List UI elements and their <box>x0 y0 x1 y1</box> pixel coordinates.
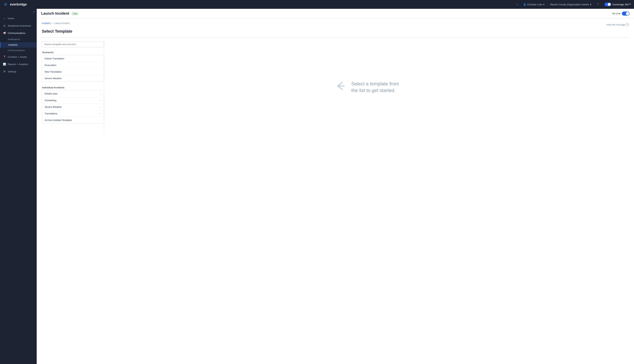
incident-item-ad-hoc[interactable]: Ad Hoc Incident Template <box>42 117 104 123</box>
user-dropdown-icon: ▾ <box>543 3 544 6</box>
org-menu[interactable]: Rainier County (Organization Admin) ▾ <box>548 2 593 6</box>
select-template-title: Select Template <box>42 29 629 34</box>
live-badge: Live <box>71 12 79 15</box>
incident-item-severe-weather-label: Severe Weather <box>45 106 62 108</box>
sidebar-item-settings[interactable]: ⚙ Settings <box>0 68 37 75</box>
incident-item-ipaws-alert-label: IPAWS Alert <box>45 92 57 95</box>
individual-incidents-section-label: Individual Incidents <box>42 86 104 89</box>
page-header-bar: Launch Incident Live Go Live <box>37 9 634 18</box>
sidebar-item-reports-analytics[interactable]: 📊 Reports + Analytics <box>0 60 37 68</box>
incident-item-ad-hoc-label: Ad Hoc Incident Template <box>45 119 72 122</box>
home-icon: ⌂ <box>3 17 6 20</box>
settings-icon: ⚙ <box>3 70 6 73</box>
empty-state-line2: the list to get started. <box>351 88 396 93</box>
go-live-section: Go Live <box>612 12 629 16</box>
content-area: Incidents > Launch Incident Help with th… <box>37 18 634 364</box>
sidebar-item-contacts-assets-label: Contacts + Assets <box>8 56 27 58</box>
top-nav: everbridge » 👤 Christian Cole ▾ Rainier … <box>0 0 634 9</box>
sidebar-item-incidents-label: Incidents <box>8 44 18 46</box>
sidebar-item-notifications-label: Notifications <box>8 38 20 41</box>
contacts-assets-icon: 📍 <box>3 55 6 58</box>
scenario-item-new-translation-label: New Translation <box>45 70 62 73</box>
incident-item-translations[interactable]: Translations › <box>42 110 104 117</box>
template-layout: Scenarios Citizen Translation Evacuation… <box>42 41 629 133</box>
help-button[interactable]: ? <box>596 2 600 7</box>
logo-text: everbridge <box>10 2 27 6</box>
sidebar-item-communications[interactable]: 📢 Communications <box>0 29 37 37</box>
breadcrumb: Incidents > Launch Incident <box>42 22 70 24</box>
empty-state-text: Select a template from the list to get s… <box>351 80 399 94</box>
everbridge-360-section: Everbridge 360™ <box>603 2 631 6</box>
scenario-item-evacuation-label: Evacuation <box>45 64 56 66</box>
reports-analytics-icon: 📊 <box>3 63 6 66</box>
scenario-item-new-translation[interactable]: New Translation <box>42 68 104 75</box>
sidebar-item-home-label: Home <box>8 17 14 20</box>
360-label: Everbridge 360™ <box>612 3 631 6</box>
incident-item-translations-label: Translations <box>45 112 57 115</box>
arrow-left-icon <box>334 80 347 94</box>
sidebar: « ⌂ Home ◎ Situational Awareness 📢 Commu… <box>0 9 37 364</box>
breadcrumb-parent-link[interactable]: Incidents <box>42 22 51 24</box>
empty-state-line1: Select a template from <box>351 81 399 86</box>
sidebar-collapse-button[interactable]: « <box>0 9 37 15</box>
scenario-item-evacuation[interactable]: Evacuation <box>42 62 104 68</box>
sidebar-item-communications-sub-label: Communications <box>8 49 25 52</box>
user-menu[interactable]: 👤 Christian Cole ▾ <box>522 2 546 6</box>
scenario-list: Citizen Translation Evacuation New Trans… <box>42 55 104 82</box>
scenario-item-citizen-translation-label: Citizen Translation <box>45 57 64 60</box>
sidebar-item-situational-awareness-label: Situational Awareness <box>8 24 31 27</box>
breadcrumb-separator: > <box>52 22 53 24</box>
user-icon: 👤 <box>523 3 526 6</box>
scenarios-section-label: Scenarios <box>42 51 104 54</box>
scenario-item-severe-weather-label: Severe Weather <box>45 77 62 80</box>
empty-state: Select a template from the list to get s… <box>334 80 399 94</box>
incident-item-ipaws-alert[interactable]: IPAWS Alert › <box>42 90 104 97</box>
org-name: Rainier County (Organization Admin) <box>550 3 589 6</box>
go-live-label: Go Live <box>612 12 620 15</box>
sidebar-item-home[interactable]: ⌂ Home <box>0 15 37 22</box>
sidebar-item-communications-sub[interactable]: Communications <box>0 48 37 53</box>
sidebar-item-incidents[interactable]: Incidents <box>0 42 37 48</box>
sidebar-item-settings-label: Settings <box>8 70 16 73</box>
sidebar-item-situational-awareness[interactable]: ◎ Situational Awareness <box>0 22 37 29</box>
360-toggle[interactable] <box>604 2 611 6</box>
incident-item-scheduling[interactable]: Scheduling › <box>42 97 104 104</box>
sidebar-item-contacts-assets[interactable]: 📍 Contacts + Assets <box>0 53 37 60</box>
individual-incidents-list: IPAWS Alert › Scheduling › Severe Weathe… <box>42 90 104 124</box>
nav-chevrons[interactable]: » <box>515 2 519 6</box>
template-left-panel: Scenarios Citizen Translation Evacuation… <box>42 41 104 133</box>
help-circle-icon: ? <box>626 23 629 26</box>
sidebar-item-communications-label: Communications <box>8 32 26 34</box>
user-name: Christian Cole <box>527 3 542 6</box>
communications-icon: 📢 <box>3 32 6 34</box>
chevron-right-icon-ipaws: › <box>101 92 101 95</box>
chevron-right-icon-translations: › <box>101 112 101 115</box>
situational-awareness-icon: ◎ <box>3 24 6 27</box>
breadcrumb-current: Launch Incident <box>54 22 70 24</box>
org-dropdown-icon: ▾ <box>590 3 591 6</box>
sidebar-item-reports-analytics-label: Reports + Analytics <box>8 63 28 66</box>
main-content: Launch Incident Live Go Live Incidents >… <box>37 9 634 364</box>
svg-point-0 <box>3 2 9 7</box>
logo: everbridge <box>3 2 27 7</box>
help-link-text: Help with this page <box>607 24 625 26</box>
template-right-panel: Select a template from the list to get s… <box>104 41 629 133</box>
incident-item-scheduling-label: Scheduling <box>45 99 56 102</box>
page-title: Launch Incident <box>41 11 69 16</box>
chevron-right-icon-severe-weather: › <box>101 106 101 108</box>
search-input[interactable] <box>42 41 104 47</box>
incident-item-severe-weather[interactable]: Severe Weather › <box>42 104 104 110</box>
scenario-item-citizen-translation[interactable]: Citizen Translation <box>42 55 104 62</box>
go-live-toggle[interactable] <box>622 12 629 16</box>
sidebar-item-notifications[interactable]: Notifications <box>0 37 37 42</box>
scenario-item-severe-weather[interactable]: Severe Weather <box>42 75 104 82</box>
chevron-right-icon-scheduling: › <box>101 99 101 102</box>
help-link[interactable]: Help with this page ? <box>607 23 629 26</box>
